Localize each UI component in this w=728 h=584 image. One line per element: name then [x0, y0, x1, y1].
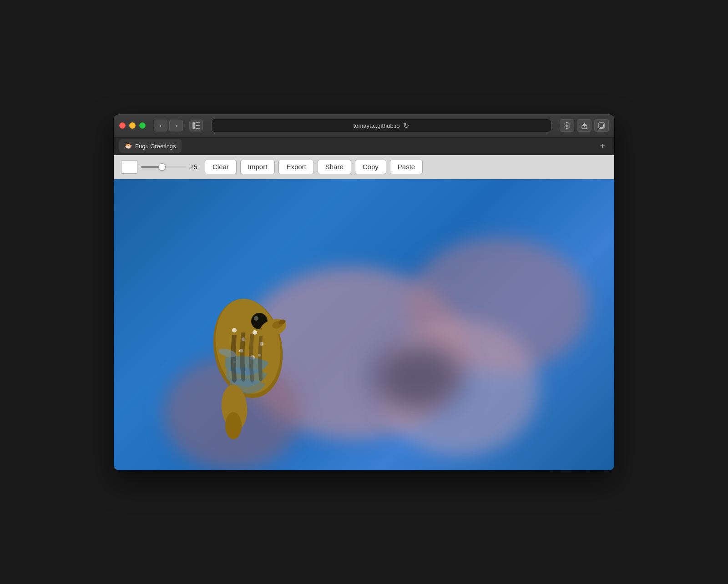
new-tab-button[interactable]: +: [596, 140, 609, 152]
maximize-button[interactable]: [139, 122, 146, 129]
tabs-icon: [598, 122, 605, 129]
reload-button[interactable]: ↻: [403, 121, 409, 130]
svg-point-22: [254, 316, 258, 321]
copy-button[interactable]: Copy: [355, 160, 386, 174]
back-button[interactable]: ‹: [154, 120, 167, 131]
download-icon: [564, 122, 570, 129]
address-bar[interactable]: tomayac.github.io ↻: [211, 119, 551, 132]
slider-value: 25: [190, 163, 201, 171]
fish-scene: [114, 179, 614, 470]
svg-rect-3: [196, 128, 200, 129]
svg-rect-1: [196, 122, 200, 123]
app-toolbar: 25 Clear Import Export Share Copy Paste: [114, 155, 614, 179]
sidebar-icon: [192, 122, 200, 129]
dark-background-area: [373, 344, 464, 412]
share-button[interactable]: [577, 119, 592, 132]
slider-thumb: [158, 163, 166, 171]
browser-window: ‹ › tomayac.github.io ↻: [114, 114, 614, 470]
download-button[interactable]: [560, 119, 574, 132]
share-app-button[interactable]: Share: [318, 160, 351, 174]
forward-button[interactable]: ›: [169, 120, 183, 131]
fish-svg: [189, 267, 316, 458]
svg-point-28: [225, 412, 242, 439]
tabs-button[interactable]: [594, 119, 609, 132]
svg-rect-9: [600, 124, 603, 127]
active-tab[interactable]: 🐡 Fugu Greetings: [119, 139, 182, 153]
nav-buttons: ‹ ›: [154, 120, 183, 131]
tab-title: Fugu Greetings: [135, 143, 176, 150]
clear-button[interactable]: Clear: [205, 160, 237, 174]
titlebar: ‹ › tomayac.github.io ↻: [114, 114, 614, 138]
import-button[interactable]: Import: [240, 160, 275, 174]
export-button[interactable]: Export: [278, 160, 313, 174]
svg-rect-2: [196, 125, 200, 126]
share-icon: [581, 122, 587, 129]
tab-favicon: 🐡: [125, 142, 132, 150]
svg-rect-0: [192, 122, 195, 129]
color-picker[interactable]: [121, 160, 137, 174]
sidebar-toggle-button[interactable]: [189, 120, 203, 131]
forward-icon: ›: [175, 122, 177, 129]
tabbar: 🐡 Fugu Greetings +: [114, 138, 614, 155]
browser-toolbar-right: [560, 119, 609, 132]
svg-point-12: [232, 328, 237, 332]
traffic-lights: [119, 122, 146, 129]
minimize-button[interactable]: [129, 122, 136, 129]
brush-size-slider[interactable]: [141, 166, 187, 168]
url-text: tomayac.github.io: [354, 122, 400, 129]
brush-size-slider-container: 25: [141, 163, 201, 171]
paste-button[interactable]: Paste: [390, 160, 423, 174]
drawing-canvas[interactable]: [114, 179, 614, 470]
close-button[interactable]: [119, 122, 126, 129]
fish-image: [189, 267, 316, 448]
back-icon: ‹: [160, 122, 162, 129]
